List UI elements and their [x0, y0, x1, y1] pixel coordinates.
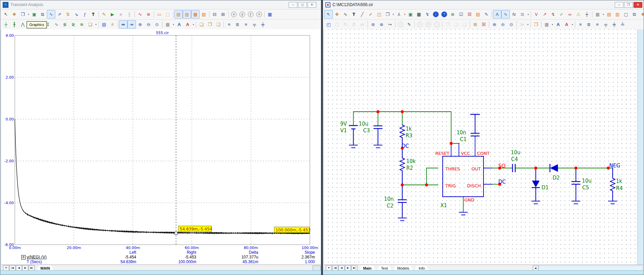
- image-icon[interactable]: ▣: [30, 10, 38, 19]
- inflection-icon[interactable]: ∿: [52, 20, 61, 29]
- select-icon[interactable]: ↖: [324, 10, 333, 19]
- align-middle-icon[interactable]: ╪: [610, 20, 618, 29]
- pan-icon[interactable]: ✥: [10, 10, 19, 19]
- zoom-in-icon[interactable]: ⊕: [136, 20, 144, 29]
- grid-dropdown[interactable]: ▾: [172, 21, 175, 28]
- text-tool-icon[interactable]: T: [89, 10, 97, 19]
- list-options-icon[interactable]: ≡: [255, 10, 263, 19]
- global-max-icon[interactable]: ≷: [69, 20, 78, 29]
- font-icon[interactable]: A: [175, 20, 183, 29]
- resistor-r2[interactable]: [400, 148, 405, 185]
- zoom-out-icon[interactable]: ⊖: [144, 20, 153, 29]
- grid-icon[interactable]: ▦: [593, 10, 602, 19]
- pane-three-icon[interactable]: ▦: [191, 10, 200, 19]
- close-file-icon[interactable]: ☒: [465, 10, 474, 19]
- close-button[interactable]: ✕: [634, 2, 642, 8]
- align-top-icon[interactable]: ╤: [250, 20, 259, 29]
- show-attribute-text-icon[interactable]: A: [493, 10, 501, 19]
- maximize-button[interactable]: ❐: [624, 2, 633, 8]
- change-views-dropdown[interactable]: ▾: [526, 21, 529, 28]
- graphics-check-icon[interactable]: ✓: [367, 10, 375, 19]
- scale-down-icon[interactable]: ⇘: [72, 10, 81, 19]
- x-axis-options-icon[interactable]: x: [230, 10, 238, 19]
- copy-picture-icon[interactable]: ❑: [452, 20, 460, 29]
- run-icon[interactable]: ▶: [108, 10, 117, 19]
- align-right-icon[interactable]: ≡: [242, 20, 250, 29]
- pan-icon[interactable]: ✥: [333, 10, 341, 19]
- delete-page-icon[interactable]: ☒: [479, 20, 488, 29]
- show-node-numbers-icon[interactable]: N: [510, 10, 518, 19]
- edit-form-icon[interactable]: ▦: [266, 10, 274, 19]
- find-icon[interactable]: ⊛: [377, 20, 386, 29]
- transient-titlebar[interactable]: ∿ Transient Analysis ─▢✕: [0, 0, 321, 9]
- numeric-output-icon[interactable]: ▤: [100, 20, 108, 29]
- font-color-dropdown[interactable]: ▾: [192, 21, 195, 28]
- step-back-icon[interactable]: !: [416, 20, 424, 29]
- copy-special-icon[interactable]: ❑: [214, 20, 223, 29]
- image-icon[interactable]: ▣: [406, 10, 415, 19]
- clipboard-icon[interactable]: ❏: [86, 20, 94, 29]
- mode-dropdown[interactable]: ▾: [27, 10, 30, 18]
- zoom-in-icon[interactable]: ⊕: [490, 20, 499, 29]
- plot-properties-icon[interactable]: ∿: [47, 10, 55, 19]
- capacitor-c1[interactable]: [471, 114, 479, 136]
- copy-node-icon[interactable]: ⧉: [518, 10, 527, 19]
- zoom-out-icon[interactable]: ⊖: [499, 20, 507, 29]
- wire-mode-icon[interactable]: ∿: [341, 10, 350, 19]
- pane-two-icon[interactable]: ▥: [183, 10, 191, 19]
- spreadsheet-icon[interactable]: ▦: [415, 10, 423, 19]
- mode-dropdown[interactable]: ▾: [392, 10, 395, 18]
- font-icon[interactable]: A: [554, 20, 562, 29]
- grid-dropdown[interactable]: ▾: [602, 10, 605, 18]
- power-icon[interactable]: ↯: [549, 10, 557, 19]
- align-bottom-icon[interactable]: ╧: [618, 20, 627, 29]
- node-snap-dropdown[interactable]: ▾: [403, 10, 406, 18]
- region-box-icon[interactable]: ▢: [333, 20, 341, 29]
- left-cursor-marker[interactable]: [175, 232, 177, 235]
- zoom-hundred-icon[interactable]: ⊙: [507, 20, 516, 29]
- align-middle-icon[interactable]: ╪: [259, 20, 267, 29]
- data-points-icon[interactable]: #: [108, 20, 117, 29]
- maximize-button[interactable]: ▢: [298, 2, 307, 8]
- edit-component-icon[interactable]: ✎: [405, 20, 413, 29]
- font-attr-icon[interactable]: A: [562, 20, 571, 29]
- align-center-icon[interactable]: ≣: [233, 20, 242, 29]
- cursor-vertical-icon[interactable]: ╂: [10, 20, 19, 29]
- zoom-box-icon[interactable]: ▭: [155, 10, 164, 19]
- currents-icon[interactable]: ↗: [540, 10, 549, 19]
- cursor-horizontal-icon[interactable]: ┼: [2, 20, 10, 29]
- crosshair-icon[interactable]: ┼: [583, 10, 591, 19]
- y-axis-options-icon[interactable]: y: [238, 10, 246, 19]
- align-left-icon[interactable]: ≡: [225, 20, 233, 29]
- diode-d2[interactable]: [550, 164, 558, 172]
- battery-v1[interactable]: [349, 126, 357, 148]
- analog-waveform-icon[interactable]: ∿: [136, 10, 144, 19]
- analysis-properties-icon[interactable]: ✎: [100, 10, 108, 19]
- goto-icon[interactable]: ↪: [386, 20, 394, 29]
- scale-xy-icon[interactable]: ⇅: [64, 10, 72, 19]
- grid-spacing-dropdown[interactable]: ▾: [551, 21, 554, 28]
- global-min-icon[interactable]: ≶: [61, 20, 69, 29]
- peak-icon[interactable]: ⋀: [19, 20, 27, 29]
- capacitor-c2[interactable]: [398, 185, 406, 221]
- zoom-hundred-icon[interactable]: ⊙: [153, 20, 161, 29]
- align-left-icon[interactable]: ≡: [576, 20, 585, 29]
- align-right-icon[interactable]: ≡: [593, 20, 602, 29]
- formula-icon[interactable]: ƒ: [81, 10, 89, 19]
- capacitor-c5[interactable]: [572, 168, 580, 204]
- pane-one-icon[interactable]: ▤: [174, 10, 183, 19]
- pin-connections-icon[interactable]: ∞: [566, 10, 574, 19]
- window-split-icon[interactable]: ⧉: [630, 10, 639, 19]
- resistor-r4[interactable]: [609, 168, 617, 204]
- plot-canvas[interactable]: 555.cir4.002.000.00-2.00-4.00-6.000.00m2…: [0, 29, 322, 265]
- info-component-icon[interactable]: i: [397, 20, 405, 29]
- component-icon[interactable]: ◫: [375, 10, 383, 19]
- fx-options-icon[interactable]: ƒ: [246, 10, 255, 19]
- node-snap-icon[interactable]: ⅄: [395, 10, 403, 19]
- add-page-icon[interactable]: ⊞: [471, 20, 479, 29]
- help-icon[interactable]: ?: [440, 10, 448, 19]
- flag-check-icon[interactable]: ☑: [457, 10, 465, 19]
- conditions-icon[interactable]: ✓: [557, 10, 566, 19]
- mode-icon[interactable]: ❐: [19, 10, 27, 19]
- font-attr-dropdown[interactable]: ▾: [571, 21, 574, 28]
